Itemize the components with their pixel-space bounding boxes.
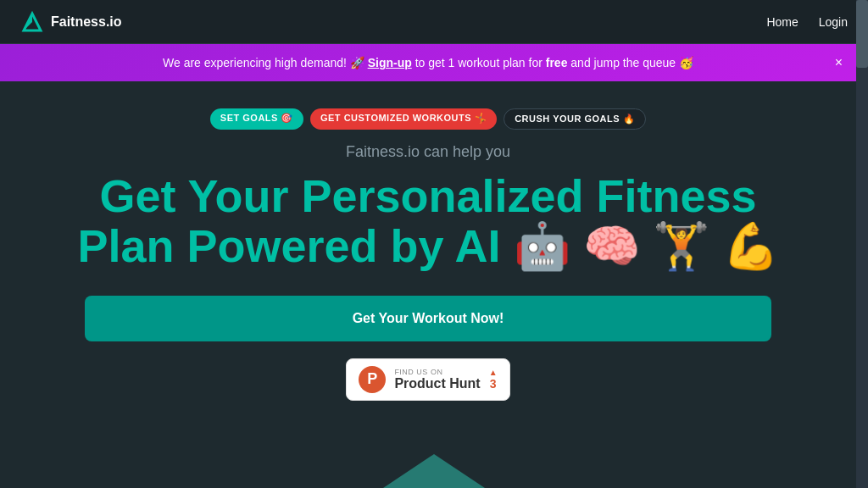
navbar: Faitness.io Home Login: [0, 0, 868, 44]
bottom-decoration: [383, 454, 485, 488]
main-heading: Get Your Personalized Fitness Plan Power…: [64, 171, 793, 272]
ph-triangle-icon: ▲: [489, 369, 498, 377]
login-link[interactable]: Login: [819, 15, 848, 29]
ph-name: Product Hunt: [394, 376, 480, 391]
banner-close-button[interactable]: ×: [835, 56, 843, 69]
product-hunt-text: FIND US ON Product Hunt: [394, 368, 480, 391]
brand-name: Faitness.io: [51, 14, 122, 30]
banner-text: We are experiencing high demand! 🚀 Sign-…: [163, 56, 693, 69]
svg-marker-1: [24, 14, 32, 30]
home-link[interactable]: Home: [766, 15, 798, 29]
subtitle: Faitness.io can help you: [346, 143, 510, 161]
get-workouts-pill: GET CUSTOMIZED WORKOUTS 🤸: [310, 108, 497, 130]
cta-button[interactable]: Get Your Workout Now!: [85, 296, 771, 341]
product-hunt-badge[interactable]: P FIND US ON Product Hunt ▲ 3: [346, 358, 509, 401]
scrollbar: [856, 0, 868, 488]
scrollbar-thumb[interactable]: [856, 0, 868, 68]
main-content: SET GOALS 🎯 GET CUSTOMIZED WORKOUTS 🤸 CR…: [0, 81, 856, 418]
navbar-links: Home Login: [766, 15, 848, 29]
ph-find-label: FIND US ON: [394, 368, 442, 376]
pills-row: SET GOALS 🎯 GET CUSTOMIZED WORKOUTS 🤸 CR…: [210, 108, 646, 130]
announcement-banner: We are experiencing high demand! 🚀 Sign-…: [0, 44, 856, 81]
ph-votes: ▲ 3: [489, 369, 498, 391]
signup-link[interactable]: Sign-up: [368, 56, 412, 69]
ph-vote-count: 3: [490, 377, 497, 391]
set-goals-pill: SET GOALS 🎯: [210, 108, 303, 130]
crush-goals-pill: CRUSH YOUR GOALS 🔥: [504, 108, 646, 130]
brand: Faitness.io: [20, 10, 122, 34]
product-hunt-icon: P: [359, 366, 386, 393]
logo-icon: [20, 10, 44, 34]
